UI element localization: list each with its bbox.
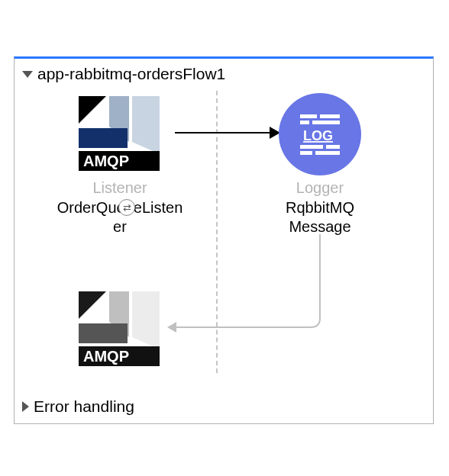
svg-text:LOG: LOG [303, 128, 333, 143]
listener-node[interactable]: AMQP ⇄ Listener OrderQueueListener [51, 92, 189, 236]
amqp-reply-icon: AMQP [74, 288, 166, 371]
svg-marker-4 [79, 128, 128, 148]
svg-marker-19 [79, 323, 128, 343]
redelivery-icon: ⇄ [118, 199, 135, 216]
listener-connector-label: Listener [92, 179, 147, 197]
svg-rect-13 [300, 151, 312, 155]
svg-rect-9 [312, 121, 340, 124]
flow-panel[interactable]: app-rabbitmq-ordersFlow1 [14, 56, 434, 424]
svg-rect-12 [326, 145, 340, 149]
error-handling-section[interactable]: Error handling [22, 397, 134, 416]
amqp-reply-node[interactable]: AMQP [51, 288, 189, 371]
error-handling-label: Error handling [34, 397, 134, 416]
logger-name: RqbbitMQMessage [286, 198, 354, 236]
logger-icon: LOG [274, 92, 366, 176]
amqp-label: AMQP [83, 153, 129, 169]
expand-toggle-icon[interactable] [22, 401, 29, 412]
svg-rect-14 [315, 151, 340, 155]
logger-connector-label: Logger [296, 179, 344, 197]
amqp-listener-icon: AMQP [74, 92, 166, 176]
svg-rect-11 [300, 145, 323, 149]
svg-rect-6 [300, 114, 317, 118]
svg-rect-8 [300, 121, 309, 124]
logger-node[interactable]: LOG Logger RqbbitMQMessage [251, 92, 389, 236]
svg-rect-7 [320, 114, 340, 118]
svg-text:AMQP: AMQP [83, 348, 129, 365]
flow-canvas: app-rabbitmq-ordersFlow1 [0, 0, 449, 476]
